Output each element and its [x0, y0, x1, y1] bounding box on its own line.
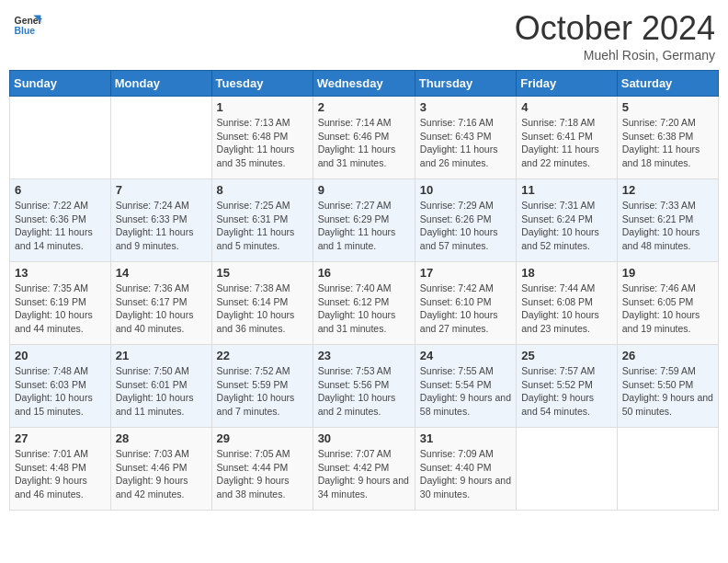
calendar-cell: [617, 428, 718, 511]
page-header: General Blue October 2024 Muehl Rosin, G…: [9, 9, 719, 63]
day-number: 24: [420, 349, 511, 362]
logo-icon: General Blue: [13, 9, 42, 39]
day-info: Sunrise: 7:20 AMSunset: 6:38 PMDaylight:…: [622, 116, 713, 170]
day-info: Sunrise: 7:46 AMSunset: 6:05 PMDaylight:…: [622, 282, 713, 336]
calendar-cell: [110, 97, 211, 179]
weekday-header: Friday: [517, 71, 618, 97]
calendar-cell: 7Sunrise: 7:24 AMSunset: 6:33 PMDaylight…: [110, 179, 211, 262]
day-info: Sunrise: 7:59 AMSunset: 5:50 PMDaylight:…: [622, 364, 713, 419]
svg-text:Blue: Blue: [15, 26, 36, 36]
day-info: Sunrise: 7:31 AMSunset: 6:24 PMDaylight:…: [521, 199, 612, 253]
day-info: Sunrise: 7:03 AMSunset: 4:46 PMDaylight:…: [116, 447, 207, 501]
day-info: Sunrise: 7:07 AMSunset: 4:42 PMDaylight:…: [318, 447, 410, 501]
day-number: 5: [622, 100, 713, 114]
weekday-header: Sunday: [10, 71, 111, 97]
day-info: Sunrise: 7:52 AMSunset: 5:59 PMDaylight:…: [217, 364, 308, 419]
calendar-cell: 14Sunrise: 7:36 AMSunset: 6:17 PMDayligh…: [110, 262, 211, 345]
day-info: Sunrise: 7:14 AMSunset: 6:46 PMDaylight:…: [318, 116, 410, 170]
day-number: 10: [420, 183, 511, 197]
day-number: 15: [217, 266, 308, 280]
calendar-cell: 1Sunrise: 7:13 AMSunset: 6:48 PMDaylight…: [211, 97, 313, 179]
calendar-cell: 3Sunrise: 7:16 AMSunset: 6:43 PMDaylight…: [415, 97, 516, 179]
calendar-cell: 23Sunrise: 7:53 AMSunset: 5:56 PMDayligh…: [313, 345, 415, 428]
calendar-cell: 25Sunrise: 7:57 AMSunset: 5:52 PMDayligh…: [517, 345, 618, 428]
calendar-cell: 17Sunrise: 7:42 AMSunset: 6:10 PMDayligh…: [415, 262, 516, 345]
day-info: Sunrise: 7:50 AMSunset: 6:01 PMDaylight:…: [116, 364, 207, 419]
day-number: 9: [318, 183, 410, 197]
day-number: 25: [521, 349, 612, 362]
day-info: Sunrise: 7:48 AMSunset: 6:03 PMDaylight:…: [15, 364, 106, 419]
day-number: 14: [116, 266, 207, 280]
day-info: Sunrise: 7:18 AMSunset: 6:41 PMDaylight:…: [521, 116, 612, 170]
day-info: Sunrise: 7:36 AMSunset: 6:17 PMDaylight:…: [116, 282, 207, 336]
calendar-cell: 20Sunrise: 7:48 AMSunset: 6:03 PMDayligh…: [10, 345, 111, 428]
day-number: 31: [420, 431, 511, 445]
calendar-cell: 26Sunrise: 7:59 AMSunset: 5:50 PMDayligh…: [617, 345, 718, 428]
calendar-cell: 16Sunrise: 7:40 AMSunset: 6:12 PMDayligh…: [313, 262, 415, 345]
day-number: 3: [420, 100, 511, 114]
day-info: Sunrise: 7:40 AMSunset: 6:12 PMDaylight:…: [318, 282, 410, 336]
calendar-week-row: 13Sunrise: 7:35 AMSunset: 6:19 PMDayligh…: [10, 262, 719, 345]
day-number: 1: [217, 100, 308, 114]
calendar-week-row: 27Sunrise: 7:01 AMSunset: 4:48 PMDayligh…: [10, 428, 719, 511]
calendar-cell: 4Sunrise: 7:18 AMSunset: 6:41 PMDaylight…: [517, 97, 618, 179]
calendar-cell: 22Sunrise: 7:52 AMSunset: 5:59 PMDayligh…: [211, 345, 313, 428]
calendar-cell: 12Sunrise: 7:33 AMSunset: 6:21 PMDayligh…: [617, 179, 718, 262]
day-info: Sunrise: 7:42 AMSunset: 6:10 PMDaylight:…: [420, 282, 511, 336]
day-info: Sunrise: 7:16 AMSunset: 6:43 PMDaylight:…: [420, 116, 511, 170]
day-info: Sunrise: 7:01 AMSunset: 4:48 PMDaylight:…: [15, 447, 106, 501]
calendar-cell: 9Sunrise: 7:27 AMSunset: 6:29 PMDaylight…: [313, 179, 415, 262]
day-info: Sunrise: 7:09 AMSunset: 4:40 PMDaylight:…: [420, 447, 511, 501]
day-number: 7: [116, 183, 207, 197]
calendar-cell: [10, 97, 111, 179]
weekday-header: Tuesday: [211, 71, 313, 97]
weekday-header: Wednesday: [313, 71, 415, 97]
calendar-cell: 28Sunrise: 7:03 AMSunset: 4:46 PMDayligh…: [110, 428, 211, 511]
calendar-cell: 5Sunrise: 7:20 AMSunset: 6:38 PMDaylight…: [617, 97, 718, 179]
calendar-cell: 19Sunrise: 7:46 AMSunset: 6:05 PMDayligh…: [617, 262, 718, 345]
day-number: 30: [318, 431, 410, 445]
day-number: 11: [521, 183, 612, 197]
day-info: Sunrise: 7:22 AMSunset: 6:36 PMDaylight:…: [15, 199, 106, 253]
calendar-cell: 31Sunrise: 7:09 AMSunset: 4:40 PMDayligh…: [415, 428, 516, 511]
month-title: October 2024: [515, 9, 715, 48]
weekday-header: Monday: [110, 71, 211, 97]
calendar-cell: 6Sunrise: 7:22 AMSunset: 6:36 PMDaylight…: [10, 179, 111, 262]
day-number: 2: [318, 100, 410, 114]
day-number: 23: [318, 349, 410, 362]
calendar-cell: 18Sunrise: 7:44 AMSunset: 6:08 PMDayligh…: [517, 262, 618, 345]
calendar-cell: 29Sunrise: 7:05 AMSunset: 4:44 PMDayligh…: [211, 428, 313, 511]
calendar-week-row: 20Sunrise: 7:48 AMSunset: 6:03 PMDayligh…: [10, 345, 719, 428]
day-number: 13: [15, 266, 106, 280]
day-number: 22: [217, 349, 308, 362]
title-block: October 2024 Muehl Rosin, Germany: [515, 9, 715, 63]
calendar-cell: 27Sunrise: 7:01 AMSunset: 4:48 PMDayligh…: [10, 428, 111, 511]
calendar-cell: 13Sunrise: 7:35 AMSunset: 6:19 PMDayligh…: [10, 262, 111, 345]
calendar-cell: 15Sunrise: 7:38 AMSunset: 6:14 PMDayligh…: [211, 262, 313, 345]
calendar-cell: 21Sunrise: 7:50 AMSunset: 6:01 PMDayligh…: [110, 345, 211, 428]
calendar-cell: 10Sunrise: 7:29 AMSunset: 6:26 PMDayligh…: [415, 179, 516, 262]
day-number: 8: [217, 183, 308, 197]
day-number: 6: [15, 183, 106, 197]
day-info: Sunrise: 7:24 AMSunset: 6:33 PMDaylight:…: [116, 199, 207, 253]
day-info: Sunrise: 7:27 AMSunset: 6:29 PMDaylight:…: [318, 199, 410, 253]
day-info: Sunrise: 7:44 AMSunset: 6:08 PMDaylight:…: [521, 282, 612, 336]
calendar-week-row: 6Sunrise: 7:22 AMSunset: 6:36 PMDaylight…: [10, 179, 719, 262]
logo: General Blue: [13, 9, 42, 39]
day-info: Sunrise: 7:33 AMSunset: 6:21 PMDaylight:…: [622, 199, 713, 253]
day-number: 20: [15, 349, 106, 362]
day-number: 28: [116, 431, 207, 445]
day-info: Sunrise: 7:38 AMSunset: 6:14 PMDaylight:…: [217, 282, 308, 336]
calendar-cell: 8Sunrise: 7:25 AMSunset: 6:31 PMDaylight…: [211, 179, 313, 262]
day-number: 18: [521, 266, 612, 280]
weekday-header-row: SundayMondayTuesdayWednesdayThursdayFrid…: [10, 71, 719, 97]
day-number: 12: [622, 183, 713, 197]
location: Muehl Rosin, Germany: [515, 48, 715, 63]
day-number: 26: [622, 349, 713, 362]
day-info: Sunrise: 7:35 AMSunset: 6:19 PMDaylight:…: [15, 282, 106, 336]
weekday-header: Thursday: [415, 71, 516, 97]
day-number: 27: [15, 431, 106, 445]
calendar-cell: 11Sunrise: 7:31 AMSunset: 6:24 PMDayligh…: [517, 179, 618, 262]
calendar-cell: 30Sunrise: 7:07 AMSunset: 4:42 PMDayligh…: [313, 428, 415, 511]
day-info: Sunrise: 7:55 AMSunset: 5:54 PMDaylight:…: [420, 364, 511, 419]
